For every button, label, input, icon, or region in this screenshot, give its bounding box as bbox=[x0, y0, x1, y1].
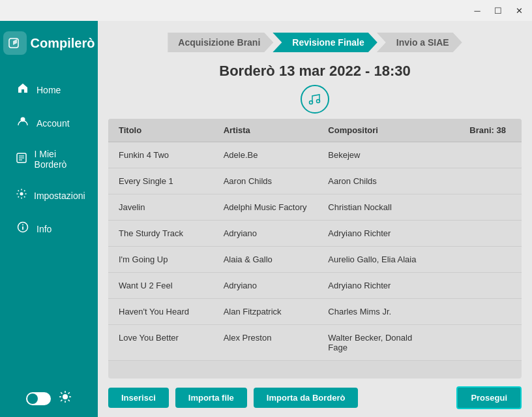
table-row: I'm Going Up Alaia & Gallo Aurelio Gallo… bbox=[108, 247, 522, 273]
sidebar-label-home: Home bbox=[37, 85, 61, 95]
tracks-table: Titolo Artista Compositori Brani: 38 Fun… bbox=[108, 119, 522, 378]
table-row: Want U 2 Feel Adryiano Adryiano Richter bbox=[108, 273, 522, 299]
sidebar-label-info: Info bbox=[37, 224, 52, 234]
cell-artista: Aaron Childs bbox=[224, 176, 329, 186]
cell-compositori: Aurelio Gallo, Elia Alaia bbox=[328, 255, 433, 264]
cell-titolo: I'm Going Up bbox=[119, 255, 224, 264]
cell-compositori: Bekejew bbox=[328, 150, 433, 160]
cell-compositori: Adryiano Richter bbox=[328, 228, 433, 238]
svg-line-17 bbox=[68, 392, 70, 394]
steps-bar: Acquisizione Brani Revisione Finale Invi… bbox=[98, 21, 532, 59]
account-icon bbox=[16, 116, 30, 131]
music-icon bbox=[301, 85, 329, 114]
maximize-button[interactable]: ☐ bbox=[488, 0, 509, 21]
logo-icon bbox=[3, 31, 27, 55]
col-titolo: Titolo bbox=[119, 125, 224, 135]
cell-titolo: Every Single 1 bbox=[119, 176, 224, 186]
svg-point-19 bbox=[310, 101, 313, 104]
table-row: Every Single 1 Aaron Childs Aaron Childs bbox=[108, 168, 522, 194]
cell-artista: Adelphi Music Factory bbox=[224, 202, 329, 212]
info-icon bbox=[16, 221, 30, 236]
sidebar-item-info[interactable]: Info bbox=[4, 213, 94, 244]
brightness-icon bbox=[59, 390, 72, 407]
table-row: Haven't You Heard Alan Fitzpatrick Charl… bbox=[108, 299, 522, 325]
cell-titolo: Haven't You Heard bbox=[119, 307, 224, 317]
theme-toggle[interactable] bbox=[26, 392, 51, 405]
table-body: Funkin 4 Two Adele.Be Bekejew Every Sing… bbox=[108, 142, 522, 361]
cell-artista: Alex Preston bbox=[224, 333, 329, 352]
cell-empty bbox=[433, 228, 511, 238]
sidebar-label-account: Account bbox=[37, 118, 70, 129]
main-content: Acquisizione Brani Revisione Finale Invi… bbox=[98, 21, 532, 417]
app-wrapper: Compilerò Home Account bbox=[0, 21, 532, 417]
cell-empty bbox=[433, 307, 511, 317]
svg-line-18 bbox=[61, 400, 62, 401]
cell-titolo: Love You Better bbox=[119, 333, 224, 352]
prosegui-button[interactable]: Prosegui bbox=[456, 386, 522, 409]
table-row: Javelin Adelphi Music Factory Christian … bbox=[108, 194, 522, 221]
cell-artista: Adryiano bbox=[224, 228, 329, 238]
cell-artista: Adele.Be bbox=[224, 150, 329, 160]
sidebar-item-account[interactable]: Account bbox=[4, 108, 94, 138]
col-brani: Brani: 38 bbox=[433, 125, 511, 135]
close-button[interactable]: ✕ bbox=[509, 0, 529, 21]
cell-artista: Alaia & Gallo bbox=[224, 255, 329, 264]
cell-titolo: Funkin 4 Two bbox=[119, 150, 224, 160]
cell-compositori: Aaron Childs bbox=[328, 176, 433, 186]
sidebar-item-miei-bordero[interactable]: I Miei Borderò bbox=[4, 141, 94, 178]
col-compositori: Compositori bbox=[328, 125, 433, 135]
sidebar-nav: Home Account bbox=[0, 74, 98, 244]
cell-compositori: Charles Mims Jr. bbox=[328, 307, 433, 317]
svg-line-16 bbox=[68, 400, 70, 401]
svg-point-9 bbox=[22, 224, 23, 226]
step-invio[interactable]: Invio a SIAE bbox=[377, 33, 462, 52]
importa-file-button[interactable]: Importa file bbox=[175, 388, 247, 408]
app-name: Compilerò bbox=[31, 36, 95, 51]
sidebar-label-bordero: I Miei Borderò bbox=[35, 149, 82, 170]
step-revisione[interactable]: Revisione Finale bbox=[273, 33, 377, 52]
cell-empty bbox=[433, 281, 511, 290]
step-acquisizione[interactable]: Acquisizione Brani bbox=[168, 33, 273, 52]
music-icon-wrapper bbox=[98, 85, 532, 114]
sidebar-item-impostazioni[interactable]: Impostazioni bbox=[4, 180, 94, 211]
table-row: Love You Better Alex Preston Walter Beck… bbox=[108, 325, 522, 361]
svg-point-6 bbox=[20, 193, 23, 196]
table-row: Funkin 4 Two Adele.Be Bekejew bbox=[108, 142, 522, 168]
cell-empty bbox=[433, 150, 511, 160]
sidebar-bottom bbox=[26, 390, 72, 417]
cell-compositori: Christian Nockall bbox=[328, 202, 433, 212]
cell-compositori: Walter Becker, Donald Fage bbox=[328, 333, 433, 352]
cell-titolo: Want U 2 Feel bbox=[119, 281, 224, 290]
cell-compositori: Adryiano Richter bbox=[328, 281, 433, 290]
cell-empty bbox=[433, 255, 511, 264]
cell-empty bbox=[433, 202, 511, 212]
sidebar-item-home[interactable]: Home bbox=[4, 74, 94, 105]
svg-line-15 bbox=[61, 392, 62, 394]
col-artista: Artista bbox=[224, 125, 329, 135]
footer-bar: Inserisci Importa file Importa da Border… bbox=[98, 378, 532, 417]
titlebar: ─ ☐ ✕ bbox=[0, 0, 532, 21]
inserisci-button[interactable]: Inserisci bbox=[108, 388, 169, 408]
settings-icon bbox=[16, 188, 27, 203]
cell-artista: Adryiano bbox=[224, 281, 329, 290]
page-title: Borderò 13 mar 2022 - 18:30 bbox=[98, 63, 532, 80]
cell-empty bbox=[433, 176, 511, 186]
sidebar: Compilerò Home Account bbox=[0, 21, 98, 417]
table-row: The Sturdy Track Adryiano Adryiano Richt… bbox=[108, 221, 522, 247]
cell-titolo: Javelin bbox=[119, 202, 224, 212]
minimize-button[interactable]: ─ bbox=[467, 0, 488, 21]
cell-empty bbox=[433, 333, 511, 352]
importa-bordero-button[interactable]: Importa da Borderò bbox=[254, 388, 359, 408]
table-header: Titolo Artista Compositori Brani: 38 bbox=[108, 119, 522, 142]
app-logo: Compilerò bbox=[3, 31, 95, 55]
svg-point-10 bbox=[63, 394, 68, 399]
home-icon bbox=[16, 82, 30, 97]
cell-titolo: The Sturdy Track bbox=[119, 228, 224, 238]
cell-artista: Alan Fitzpatrick bbox=[224, 307, 329, 317]
sidebar-label-impostazioni: Impostazioni bbox=[34, 191, 85, 201]
bordero-icon bbox=[16, 152, 28, 167]
svg-point-20 bbox=[317, 100, 320, 103]
